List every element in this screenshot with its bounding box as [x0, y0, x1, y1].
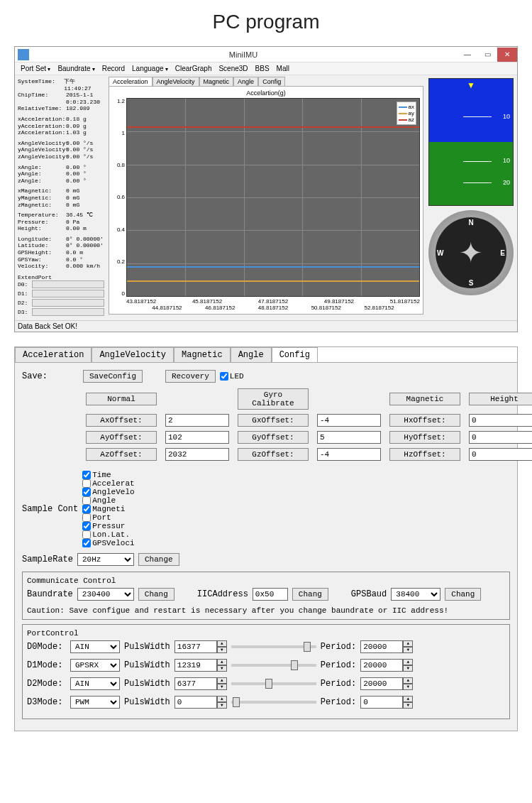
d3mode-select[interactable]: PWM — [70, 696, 120, 709]
tab-config[interactable]: Config — [258, 77, 285, 86]
d1-pw-up[interactable]: ▲ — [217, 659, 227, 665]
recovery-button[interactable]: Recovery — [165, 370, 216, 383]
gyoffset-input[interactable] — [317, 431, 381, 444]
gpsbaud-select[interactable]: 38400 — [391, 588, 440, 601]
menu-record[interactable]: Record — [99, 65, 128, 72]
baundrate-select[interactable]: 230400 — [77, 588, 134, 601]
height-button[interactable]: Height — [469, 393, 532, 405]
sample-check-label: Time — [92, 471, 111, 479]
y-av-label: yAngleVelocity: — [18, 146, 66, 153]
sample-check-accelerat[interactable] — [82, 479, 91, 488]
gyro-calibrate-button[interactable]: Gyro Calibrate — [238, 388, 309, 410]
cfg-tab-magnetic[interactable]: Magnetic — [174, 347, 231, 362]
d0-pw-up[interactable]: ▲ — [217, 640, 227, 647]
gzoffset-input[interactable] — [317, 448, 381, 461]
gpsbaud-change-button[interactable]: Chang — [445, 588, 481, 601]
d3-slider[interactable] — [231, 701, 316, 704]
axoffset-input[interactable] — [165, 414, 229, 427]
d0-period-down[interactable]: ▼ — [403, 647, 413, 653]
sample-check-port[interactable] — [82, 513, 91, 522]
hzoffset-label: HzOffset: — [389, 448, 460, 461]
d1-pw-down[interactable]: ▼ — [217, 665, 227, 672]
d2-period-up[interactable]: ▲ — [403, 677, 413, 684]
d0-period-up[interactable]: ▲ — [403, 640, 413, 647]
azoffset-input[interactable] — [165, 448, 229, 461]
d0mode-select[interactable]: AIN — [70, 640, 120, 653]
sample-rate-select[interactable]: 20Hz — [77, 553, 134, 566]
cfg-tab-anglevelocity[interactable]: AngleVelocity — [92, 347, 174, 362]
temp-label: Temperature: — [18, 212, 66, 219]
magnetic-button[interactable]: Magnetic — [389, 393, 460, 405]
tab-angle[interactable]: Angle — [233, 77, 258, 86]
change-button[interactable]: Change — [138, 553, 179, 566]
normal-button[interactable]: Normal — [86, 393, 157, 405]
d0-pw-down[interactable]: ▼ — [217, 647, 227, 653]
sample-check-time[interactable] — [82, 471, 91, 479]
sample-check-anglevelo[interactable] — [82, 488, 91, 496]
tab-acceleration[interactable]: Acceleration — [109, 77, 153, 86]
sample-check-lon.lat.[interactable] — [82, 530, 91, 539]
minimize-button[interactable]: — — [458, 48, 477, 62]
d2-pw-down[interactable]: ▼ — [217, 684, 227, 690]
menu-bbs[interactable]: BBS — [253, 65, 272, 72]
d0-period-input[interactable] — [360, 640, 403, 653]
d0-pulswidth-input[interactable] — [174, 640, 217, 653]
system-time-label: SystemTime: — [18, 78, 64, 92]
d1-slider[interactable] — [231, 664, 316, 667]
hzoffset-input[interactable] — [469, 448, 532, 461]
d1-period-input[interactable] — [360, 659, 403, 672]
maximize-button[interactable]: ▭ — [477, 48, 497, 62]
d2-slider[interactable] — [231, 682, 316, 685]
d3-pw-up[interactable]: ▲ — [217, 696, 227, 702]
d2-pw-up[interactable]: ▲ — [217, 677, 227, 684]
d0-slider[interactable] — [231, 645, 316, 648]
d3-pulswidth-input[interactable] — [174, 696, 217, 709]
tab-anglevelocity[interactable]: AngleVelocity — [153, 77, 199, 86]
menu-mall[interactable]: Mall — [274, 65, 292, 72]
baundrate-change-button[interactable]: Chang — [138, 588, 174, 601]
hxoffset-input[interactable] — [469, 414, 532, 427]
hyoffset-input[interactable] — [469, 431, 532, 444]
menu-scene3d[interactable]: Scene3D — [216, 65, 250, 72]
d2-period-input[interactable] — [360, 677, 403, 690]
cfg-tab-acceleration[interactable]: Acceleration — [15, 347, 92, 362]
compass-rose-icon: ✦ — [459, 236, 483, 269]
ayoffset-input[interactable] — [165, 431, 229, 444]
iic-input[interactable] — [253, 588, 288, 601]
d1-period-down[interactable]: ▼ — [403, 665, 413, 672]
d3-period-up[interactable]: ▲ — [403, 696, 413, 702]
plot-area: ax ay az — [126, 98, 420, 297]
menu-baundrate[interactable]: Baundrate — [55, 65, 97, 72]
menu-language[interactable]: Language — [129, 65, 171, 72]
led-checkbox[interactable] — [220, 372, 228, 381]
sample-check-label: GPSVeloci — [92, 539, 134, 547]
close-button[interactable]: ✕ — [497, 48, 517, 62]
save-config-button[interactable]: SaveConfig — [83, 370, 143, 383]
sample-rate-label: SampleRate — [22, 555, 73, 564]
d2-pulswidth-input[interactable] — [174, 677, 217, 690]
tab-magnetic[interactable]: Magnetic — [199, 77, 234, 86]
x-axis-top-row: 43.818715245.818715247.818715249.8187152… — [126, 298, 420, 305]
sample-check-magneti[interactable] — [82, 505, 91, 513]
sample-check-gpsveloci[interactable] — [82, 539, 91, 547]
d2mode-select[interactable]: AIN — [70, 677, 120, 690]
cfg-tab-angle[interactable]: Angle — [231, 347, 272, 362]
d1mode-select[interactable]: GPSRX — [70, 659, 120, 672]
cfg-tab-config[interactable]: Config — [272, 347, 318, 362]
d0-value — [32, 280, 104, 288]
menu-port-set[interactable]: Port Set — [18, 65, 53, 72]
d2-period-down[interactable]: ▼ — [403, 684, 413, 690]
d1-period-up[interactable]: ▲ — [403, 659, 413, 665]
menu-cleargraph[interactable]: ClearGraph — [172, 65, 215, 72]
d1-period-label: Period: — [321, 660, 356, 670]
menu-bar: Port Set Baundrate Record Language Clear… — [15, 62, 517, 75]
sample-check-angle[interactable] — [82, 496, 91, 505]
comm-control-title: Communicate Control — [27, 577, 505, 585]
sample-check-pressur[interactable] — [82, 522, 91, 530]
d3-period-down[interactable]: ▼ — [403, 702, 413, 709]
d1-pulswidth-input[interactable] — [174, 659, 217, 672]
gxoffset-input[interactable] — [317, 414, 381, 427]
d3-period-input[interactable] — [360, 696, 403, 709]
iic-change-button[interactable]: Chang — [292, 588, 328, 601]
d3-pw-down[interactable]: ▼ — [217, 702, 227, 709]
